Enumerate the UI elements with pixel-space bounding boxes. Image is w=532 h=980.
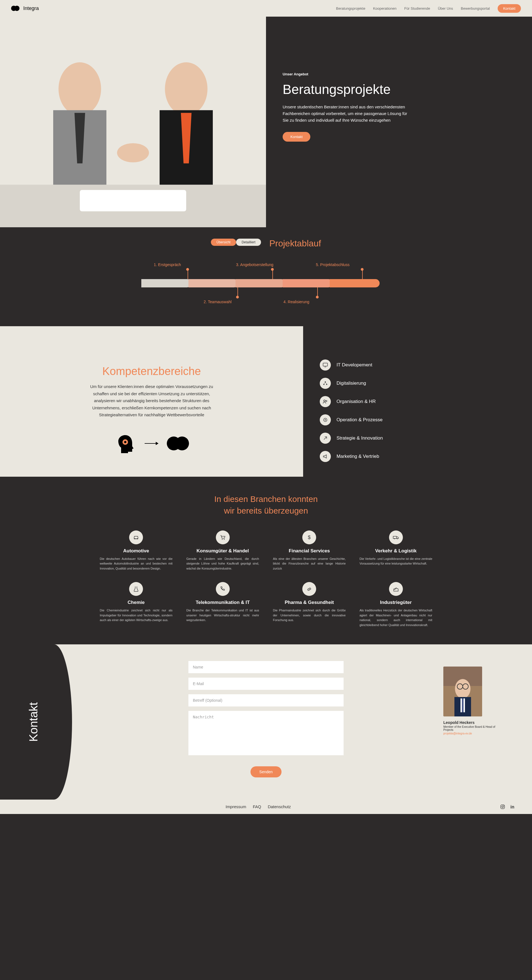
- svg-point-1: [14, 6, 19, 11]
- cart-icon: [216, 530, 230, 544]
- hero-title: Beratungsprojekte: [283, 82, 510, 97]
- branche-automotive: Automotive Die deutschen Autobauer führe…: [100, 530, 173, 571]
- bar-segment-5: [330, 279, 380, 287]
- message-input[interactable]: [188, 711, 344, 755]
- svg-rect-33: [393, 536, 397, 538]
- kompetenz-list: IT Developement Digitalisierung Organisa…: [303, 326, 532, 477]
- svg-point-8: [117, 143, 149, 162]
- kompetenz-section: Kompetenzbereiche Um für unsere Klienten…: [0, 326, 532, 477]
- branche-text: Gerade in Ländern wie Deutschland, die d…: [186, 557, 259, 571]
- kompetenz-label: Operation & Prozesse: [337, 417, 383, 423]
- linkedin-icon[interactable]: in: [510, 804, 515, 810]
- svg-point-19: [323, 384, 324, 385]
- timeline-connector: [237, 287, 238, 297]
- branche-title: Financial Services: [273, 548, 346, 554]
- submit-button[interactable]: Senden: [251, 766, 281, 777]
- svg-point-40: [455, 679, 470, 698]
- branche-title: Chemie: [100, 600, 173, 605]
- hero-section: Unser Angebot Beratungsprojekte Unsere s…: [0, 17, 532, 227]
- hero-kicker: Unser Angebot: [283, 72, 510, 76]
- branchen-title: In diesen Branchen konntenwir bereits üb…: [22, 493, 510, 517]
- name-input[interactable]: [188, 661, 344, 673]
- contact-person-name: Leopold Heckers: [443, 720, 499, 725]
- kompetenz-item-strategie: Strategie & Innovation: [320, 433, 521, 444]
- bar-segment-4: [283, 279, 332, 287]
- truck-icon: [389, 530, 403, 544]
- car-icon: [129, 530, 143, 544]
- nav-kontakt-button[interactable]: Kontakt: [498, 4, 521, 13]
- svg-point-31: [224, 539, 224, 539]
- logo[interactable]: Integra: [11, 6, 39, 11]
- svg-line-27: [324, 437, 327, 439]
- svg-point-35: [397, 538, 398, 539]
- contact-person-photo: [443, 667, 482, 716]
- logo-shape-icon: [167, 436, 189, 450]
- main-nav: Beratungsprojekte Kooperationen Für Stud…: [336, 4, 521, 13]
- branche-konsum: Konsumgüter & Handel Gerade in Ländern w…: [186, 530, 259, 571]
- svg-point-6: [165, 62, 208, 116]
- kompetenz-label: Marketing & Vertrieb: [337, 454, 379, 459]
- kompetenz-label: Organisation & HR: [337, 399, 376, 404]
- kompetenz-item-it: IT Developement: [320, 360, 521, 371]
- nav-beratungsprojekte[interactable]: Beratungsprojekte: [336, 6, 365, 11]
- timeline-bar: [141, 279, 391, 287]
- step-3-label: 3. Angebotserstellung: [236, 262, 273, 267]
- nav-ueber-uns[interactable]: Über Uns: [438, 6, 453, 11]
- svg-point-20: [326, 384, 327, 385]
- footer-datenschutz[interactable]: Datenschutz: [268, 804, 291, 809]
- email-input[interactable]: [188, 678, 344, 690]
- branche-industrie: Industriegüter Als traditionelles Herzst…: [360, 582, 432, 627]
- megaphone-icon: [320, 451, 331, 462]
- branche-text: Die deutschen Autobauer führen nach wie …: [100, 557, 173, 571]
- footer-links: Impressum FAQ Datenschutz: [226, 804, 291, 809]
- branche-text: Die Branche der Telekommunikation und IT…: [186, 608, 259, 623]
- footer-faq[interactable]: FAQ: [253, 804, 261, 809]
- timeline-title: Projektablauf: [269, 239, 321, 248]
- nav-studierende[interactable]: Für Studierende: [404, 6, 430, 11]
- instagram-icon[interactable]: [500, 804, 505, 810]
- svg-point-11: [124, 441, 126, 443]
- kompetenz-item-org: Organisation & HR: [320, 396, 521, 407]
- dollar-icon: $: [302, 530, 316, 544]
- svg-line-37: [309, 589, 310, 590]
- network-icon: [320, 378, 331, 389]
- kontakt-section: Kontakt Senden Leopold Heckers Member of…: [0, 644, 532, 800]
- kompetenz-title: Kompetenzbereiche: [22, 365, 281, 377]
- svg-point-47: [502, 806, 503, 808]
- nav-bewerbungsportal[interactable]: Bewerbungsportal: [461, 6, 490, 11]
- branche-text: Die Pharmaindustrie zeichnet sich durch …: [273, 608, 346, 623]
- hero-image-panel: [0, 17, 266, 227]
- timeline-connector: [362, 269, 363, 279]
- branche-financial: $ Financial Services Als eine der ältest…: [273, 530, 346, 571]
- footer: Impressum FAQ Datenschutz in: [0, 800, 532, 814]
- factory-icon: [389, 582, 403, 596]
- branche-text: Als traditionelles Herzstück der deutsch…: [360, 608, 432, 627]
- phone-icon: [216, 582, 230, 596]
- nav-kooperationen[interactable]: Kooperationen: [373, 6, 397, 11]
- head-gear-icon: [114, 432, 136, 455]
- subject-input[interactable]: [188, 694, 344, 706]
- hero-cta-button[interactable]: Kontakt: [283, 132, 310, 142]
- logo-icon: [11, 6, 20, 11]
- toggle-detailliert[interactable]: Detailliert: [236, 239, 261, 246]
- branche-chemie: Chemie Die Chemieindustrie zeichnet sich…: [100, 582, 173, 627]
- svg-line-22: [325, 382, 327, 384]
- svg-marker-13: [156, 442, 159, 445]
- toggle-uebersicht[interactable]: Übersicht: [211, 239, 236, 246]
- step-1-label: 1. Erstgespräch: [154, 262, 181, 267]
- brand-name: Integra: [23, 6, 39, 11]
- pill-icon: [302, 582, 316, 596]
- kompetenz-item-operation: Operation & Prozesse: [320, 414, 521, 425]
- kompetenz-content: Kompetenzbereiche Um für unsere Klienten…: [0, 326, 303, 477]
- bar-segment-1: [141, 279, 191, 287]
- flask-icon: [129, 582, 143, 596]
- contact-person-email[interactable]: projekte@integra-ev.de: [443, 732, 499, 735]
- branche-title: Verkehr & Logistik: [360, 548, 432, 554]
- footer-impressum[interactable]: Impressum: [226, 804, 246, 809]
- svg-point-48: [504, 805, 504, 806]
- branche-pharma: Pharma & Gesundheit Die Pharmaindustrie …: [273, 582, 346, 627]
- header: Integra Beratungsprojekte Kooperationen …: [0, 0, 532, 17]
- kontakt-heading: Kontakt: [27, 702, 40, 741]
- svg-point-4: [59, 62, 101, 116]
- timeline-visualization: 1. Erstgespräch 2. Teamauswahl 3. Angebo…: [141, 262, 391, 304]
